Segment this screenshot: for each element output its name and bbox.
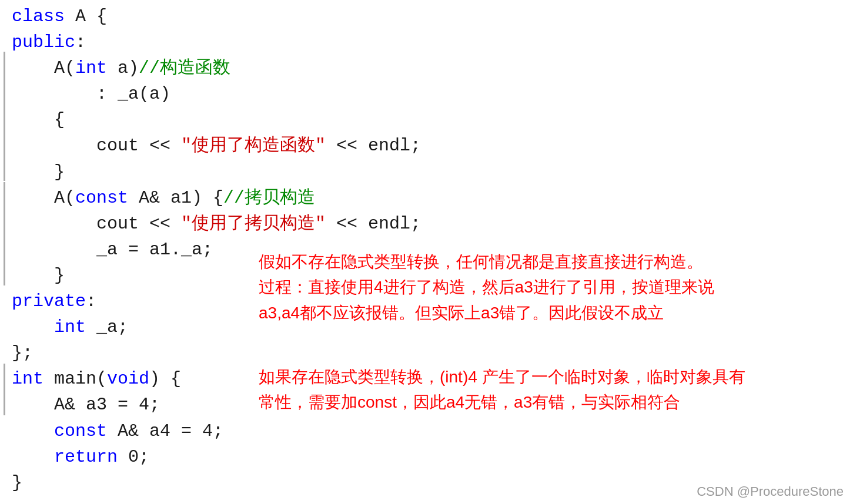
gutter-bar-copy <box>4 182 5 285</box>
line-13: int _a; <box>12 317 128 337</box>
line-18: return 0; <box>12 447 149 467</box>
code-content: class A { public: A(int a)//构造函数 : _a(a)… <box>0 4 253 496</box>
line-15: int main(void) { <box>12 369 181 389</box>
line-10: _a = a1._a; <box>12 240 213 260</box>
line-1: class A { <box>12 6 107 26</box>
main-container: class A { public: A(int a)//构造函数 : _a(a)… <box>0 0 853 504</box>
code-display: class A { public: A(int a)//构造函数 : _a(a)… <box>0 0 253 504</box>
line-4: : _a(a) <box>12 84 170 104</box>
gutter-bar-main <box>4 364 5 415</box>
line-9: cout << "使用了拷贝构造" << endl; <box>12 214 421 234</box>
line-12: private: <box>12 291 96 311</box>
line-5: { <box>12 110 65 130</box>
line-2: public: <box>12 32 86 52</box>
annotation-block-2: 如果存在隐式类型转换，(int)4 产生了一个临时对象，临时对象具有 常性，需要… <box>259 364 841 415</box>
line-8: A(const A& a1) {//拷贝构造 <box>12 188 315 208</box>
annotation-block-1: 假如不存在隐式类型转换，任何情况都是直接直接进行构造。 过程：直接使用4进行了构… <box>259 249 841 325</box>
line-16: A& a3 = 4; <box>12 395 160 415</box>
line-11: } <box>12 266 65 285</box>
line-3: A(int a)//构造函数 <box>12 58 230 78</box>
line-7: } <box>12 162 65 182</box>
line-19: } <box>12 473 22 493</box>
line-17: const A& a4 = 4; <box>12 421 223 441</box>
gutter-bar-constructor <box>4 52 5 181</box>
line-6: cout << "使用了构造函数" << endl; <box>12 136 421 156</box>
line-14: }; <box>12 343 33 363</box>
watermark: CSDN @ProcedureStone <box>697 484 844 499</box>
